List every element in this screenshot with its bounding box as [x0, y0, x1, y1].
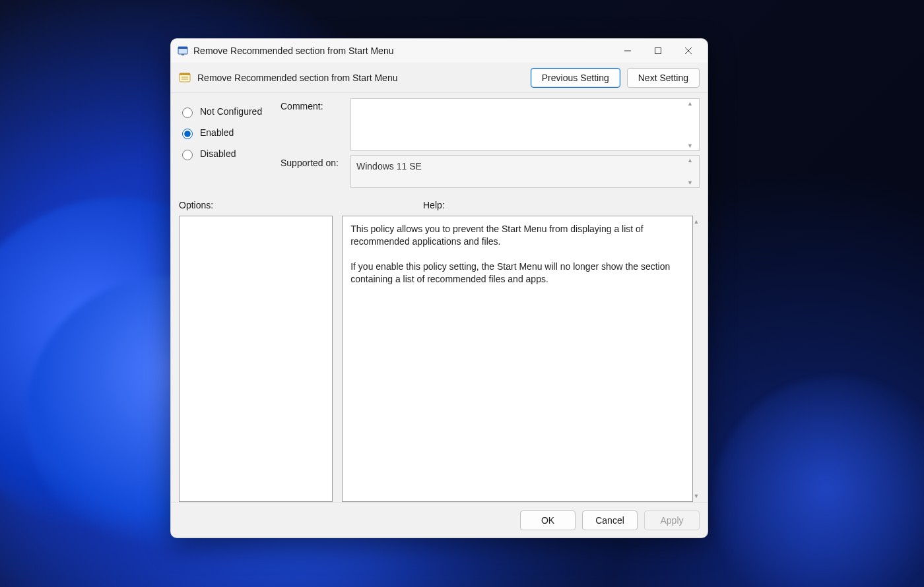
- svg-rect-2: [182, 54, 184, 55]
- titlebar[interactable]: Remove Recommended section from Start Me…: [171, 39, 708, 63]
- previous-setting-button[interactable]: Previous Setting: [531, 68, 620, 88]
- radio-not-configured[interactable]: Not Configured: [179, 101, 271, 122]
- dialog-footer: OK Cancel Apply: [171, 502, 708, 538]
- radio-enabled-input[interactable]: [182, 129, 193, 139]
- cancel-button[interactable]: Cancel: [582, 510, 638, 530]
- arrow-down-icon[interactable]: ▼: [687, 142, 696, 149]
- desktop-background: Remove Recommended section from Start Me…: [0, 0, 924, 587]
- svg-rect-1: [178, 47, 187, 49]
- minimize-button[interactable]: [612, 40, 643, 61]
- close-button[interactable]: [673, 40, 704, 61]
- help-scrollbar[interactable]: ▲ ▼: [693, 216, 700, 502]
- window-title: Remove Recommended section from Start Me…: [193, 46, 393, 56]
- arrow-up-icon[interactable]: ▲: [687, 100, 696, 107]
- wallpaper-decoration: [713, 376, 924, 587]
- policy-dialog: Remove Recommended section from Start Me…: [170, 38, 708, 538]
- help-panel[interactable]: This policy allows you to prevent the St…: [342, 216, 693, 502]
- policy-name: Remove Recommended section from Start Me…: [197, 73, 397, 83]
- arrow-down-icon[interactable]: ▼: [693, 493, 699, 499]
- state-radio-group: Not Configured Enabled Disabled: [179, 98, 271, 188]
- options-panel[interactable]: [179, 216, 333, 502]
- svg-rect-4: [655, 48, 661, 54]
- radio-disabled-input[interactable]: [182, 150, 193, 160]
- subheader: Remove Recommended section from Start Me…: [171, 63, 708, 93]
- supported-on-box: Windows 11 SE ▲ ▼: [350, 155, 700, 188]
- radio-enabled[interactable]: Enabled: [179, 122, 271, 143]
- next-setting-button[interactable]: Next Setting: [627, 68, 700, 88]
- policy-item-icon: [179, 72, 191, 84]
- maximize-button[interactable]: [643, 40, 673, 61]
- comment-input[interactable]: ▲ ▼: [350, 98, 700, 151]
- svg-rect-8: [180, 73, 190, 75]
- policy-app-icon: [178, 46, 188, 56]
- radio-enabled-label: Enabled: [200, 127, 234, 138]
- comment-scroll[interactable]: ▲ ▼: [687, 100, 696, 149]
- options-label: Options:: [179, 200, 414, 210]
- radio-disabled[interactable]: Disabled: [179, 143, 271, 164]
- supported-on-label: Supported on:: [280, 155, 344, 168]
- help-label: Help:: [423, 200, 700, 210]
- arrow-down-icon[interactable]: ▼: [687, 179, 696, 186]
- ok-button[interactable]: OK: [520, 510, 576, 530]
- arrow-up-icon[interactable]: ▲: [687, 157, 696, 164]
- dialog-body: Not Configured Enabled Disabled Comment:: [171, 93, 708, 502]
- apply-button[interactable]: Apply: [644, 510, 700, 530]
- supported-on-value: Windows 11 SE: [356, 161, 422, 171]
- radio-not-configured-label: Not Configured: [200, 106, 262, 117]
- radio-not-configured-input[interactable]: [182, 108, 193, 118]
- supported-on-scroll[interactable]: ▲ ▼: [687, 157, 696, 186]
- arrow-up-icon[interactable]: ▲: [693, 218, 699, 225]
- radio-disabled-label: Disabled: [200, 148, 236, 159]
- comment-label: Comment:: [280, 98, 344, 111]
